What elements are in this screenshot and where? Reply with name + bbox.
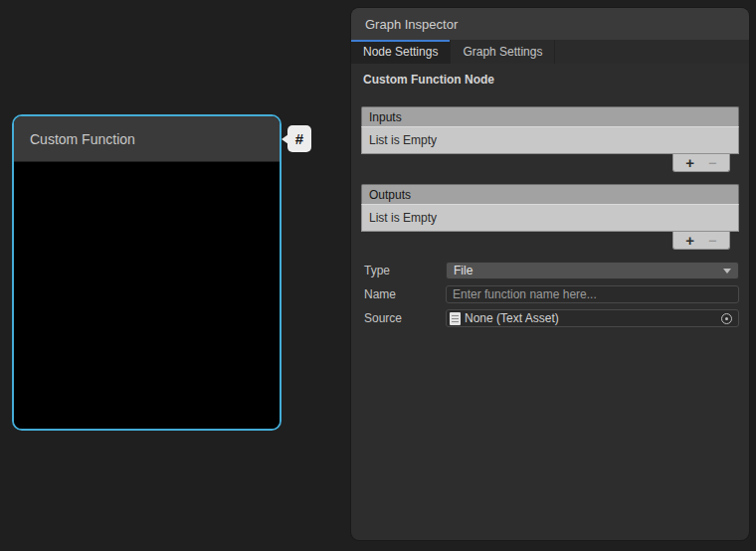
panel-header[interactable]: Graph Inspector <box>351 8 749 40</box>
node-title: Custom Function <box>30 131 135 147</box>
outputs-remove-button[interactable]: − <box>708 234 717 248</box>
outputs-list-title: Outputs <box>369 188 411 202</box>
source-field-label: Source <box>361 311 446 325</box>
hash-icon: # <box>295 130 303 147</box>
function-name-input[interactable] <box>446 285 739 303</box>
type-field-label: Type <box>361 264 446 277</box>
inputs-list-footer: + − <box>361 154 739 172</box>
tab-graph-settings[interactable]: Graph Settings <box>451 40 555 64</box>
type-dropdown[interactable]: File <box>446 262 739 279</box>
inputs-remove-button[interactable]: − <box>708 156 717 170</box>
outputs-list: Outputs List is Empty + − <box>361 184 739 250</box>
object-picker-icon[interactable] <box>721 313 732 324</box>
hash-badge[interactable]: # <box>287 125 311 152</box>
source-field-row: Source None (Text Asset) <box>361 309 739 327</box>
type-field-row: Type File <box>361 262 739 279</box>
outputs-add-button[interactable]: + <box>685 234 694 248</box>
type-dropdown-value: File <box>454 264 472 277</box>
panel-title: Graph Inspector <box>365 17 458 32</box>
node-title-bar[interactable]: Custom Function <box>14 116 280 162</box>
outputs-list-footer: + − <box>361 232 739 250</box>
inputs-list-body: List is Empty <box>361 126 739 154</box>
node-settings-heading: Custom Function Node <box>363 73 739 87</box>
text-asset-icon <box>450 312 461 325</box>
panel-body: Custom Function Node Inputs List is Empt… <box>351 64 749 327</box>
inputs-list: Inputs List is Empty + − <box>361 106 739 172</box>
inputs-empty-label: List is Empty <box>369 133 437 147</box>
inputs-list-title: Inputs <box>369 110 402 124</box>
source-object-value: None (Text Asset) <box>465 311 559 325</box>
outputs-footer-buttons: + − <box>672 232 730 250</box>
custom-function-node[interactable]: Custom Function <box>12 114 282 431</box>
outputs-list-body: List is Empty <box>361 204 739 232</box>
tab-node-settings[interactable]: Node Settings <box>351 40 451 64</box>
source-object-field[interactable]: None (Text Asset) <box>446 309 739 327</box>
inputs-add-button[interactable]: + <box>685 156 694 170</box>
inputs-list-header[interactable]: Inputs <box>361 106 739 126</box>
function-fields: Type File Name Source None (Text Asset) <box>361 262 739 327</box>
name-field-label: Name <box>361 287 446 301</box>
chevron-down-icon <box>723 269 731 274</box>
graph-inspector-panel: Graph Inspector Node Settings Graph Sett… <box>351 8 749 540</box>
tab-bar: Node Settings Graph Settings <box>351 40 749 64</box>
outputs-list-header[interactable]: Outputs <box>361 184 739 204</box>
node-body <box>14 162 280 430</box>
name-field-row: Name <box>361 285 739 303</box>
outputs-empty-label: List is Empty <box>369 211 437 225</box>
inputs-footer-buttons: + − <box>672 154 730 172</box>
